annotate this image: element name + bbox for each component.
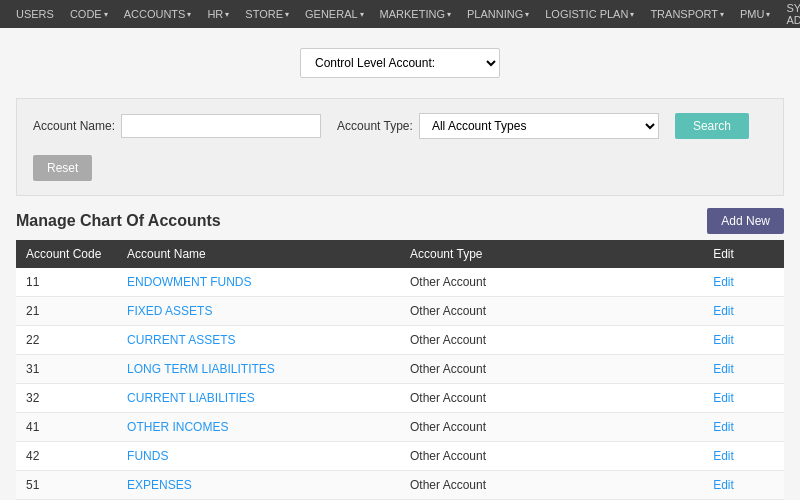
col-header-type: Account Type <box>400 240 703 268</box>
account-name-group: Account Name: <box>33 114 321 138</box>
account-name-link[interactable]: FIXED ASSETS <box>127 304 212 318</box>
nav-item-general[interactable]: GENERAL ▾ <box>297 0 372 28</box>
table-row: 42FUNDSOther AccountEdit <box>16 442 784 471</box>
edit-link[interactable]: Edit <box>713 333 734 347</box>
account-name-link[interactable]: CURRENT ASSETS <box>127 333 235 347</box>
account-name-link[interactable]: CURRENT LIABILITIES <box>127 391 255 405</box>
edit-link[interactable]: Edit <box>713 478 734 492</box>
table-row: 11ENDOWMENT FUNDSOther AccountEdit <box>16 268 784 297</box>
col-header-name: Account Name <box>117 240 400 268</box>
account-type-select[interactable]: All Account Types <box>419 113 659 139</box>
navbar-left: USERS CODE ▾ ACCOUNTS ▾ HR ▾ STORE ▾ GEN… <box>8 0 778 28</box>
cell-name: FIXED ASSETS <box>117 297 400 326</box>
col-header-edit: Edit <box>703 240 784 268</box>
account-name-link[interactable]: FUNDS <box>127 449 168 463</box>
nav-item-accounts[interactable]: ACCOUNTS ▾ <box>116 0 200 28</box>
cell-name: EXPENSES <box>117 471 400 500</box>
section-title: Manage Chart Of Accounts <box>16 212 221 230</box>
cell-type: Other Account <box>400 442 703 471</box>
chevron-down-icon: ▾ <box>104 10 108 19</box>
cell-code: 22 <box>16 326 117 355</box>
chevron-down-icon: ▾ <box>447 10 451 19</box>
cell-type: Other Account <box>400 268 703 297</box>
cell-type: Other Account <box>400 297 703 326</box>
edit-link[interactable]: Edit <box>713 362 734 376</box>
edit-link[interactable]: Edit <box>713 304 734 318</box>
nav-item-pmu[interactable]: PMU ▾ <box>732 0 778 28</box>
cell-name: CURRENT ASSETS <box>117 326 400 355</box>
cell-name: OTHER INCOMES <box>117 413 400 442</box>
cell-name: LONG TERM LIABILITITES <box>117 355 400 384</box>
table-row: 32CURRENT LIABILITIESOther AccountEdit <box>16 384 784 413</box>
control-level-row: Control Level Account: <box>16 48 784 78</box>
cell-edit: Edit <box>703 384 784 413</box>
account-name-link[interactable]: EXPENSES <box>127 478 192 492</box>
table-row: 51EXPENSESOther AccountEdit <box>16 471 784 500</box>
account-name-input[interactable] <box>121 114 321 138</box>
nav-item-marketing[interactable]: MARKETING ▾ <box>372 0 459 28</box>
cell-edit: Edit <box>703 326 784 355</box>
cell-code: 32 <box>16 384 117 413</box>
table-row: 21FIXED ASSETSOther AccountEdit <box>16 297 784 326</box>
control-level-select[interactable]: Control Level Account: <box>300 48 500 78</box>
table-body: 11ENDOWMENT FUNDSOther AccountEdit21FIXE… <box>16 268 784 500</box>
cell-edit: Edit <box>703 442 784 471</box>
section-header: Manage Chart Of Accounts Add New <box>16 208 784 234</box>
cell-code: 11 <box>16 268 117 297</box>
cell-type: Other Account <box>400 384 703 413</box>
cell-name: FUNDS <box>117 442 400 471</box>
cell-type: Other Account <box>400 413 703 442</box>
accounts-table-container: Account Code Account Name Account Type E… <box>16 240 784 500</box>
nav-item-transport[interactable]: TRANSPORT ▾ <box>642 0 732 28</box>
chevron-down-icon: ▾ <box>720 10 724 19</box>
table-row: 31LONG TERM LIABILITITESOther AccountEdi… <box>16 355 784 384</box>
table-header-row: Account Code Account Name Account Type E… <box>16 240 784 268</box>
cell-edit: Edit <box>703 297 784 326</box>
cell-code: 41 <box>16 413 117 442</box>
account-name-link[interactable]: LONG TERM LIABILITITES <box>127 362 275 376</box>
cell-edit: Edit <box>703 471 784 500</box>
nav-item-users[interactable]: USERS <box>8 0 62 28</box>
cell-edit: Edit <box>703 355 784 384</box>
cell-edit: Edit <box>703 268 784 297</box>
chevron-down-icon: ▾ <box>360 10 364 19</box>
edit-link[interactable]: Edit <box>713 275 734 289</box>
cell-name: CURRENT LIABILITIES <box>117 384 400 413</box>
table-row: 41OTHER INCOMESOther AccountEdit <box>16 413 784 442</box>
cell-type: Other Account <box>400 355 703 384</box>
add-new-button[interactable]: Add New <box>707 208 784 234</box>
chevron-down-icon: ▾ <box>525 10 529 19</box>
cell-code: 51 <box>16 471 117 500</box>
nav-item-logistic[interactable]: LOGISTIC PLAN ▾ <box>537 0 642 28</box>
chevron-down-icon: ▾ <box>187 10 191 19</box>
nav-item-store[interactable]: STORE ▾ <box>237 0 297 28</box>
reset-button[interactable]: Reset <box>33 155 92 181</box>
nav-item-hr[interactable]: HR ▾ <box>199 0 237 28</box>
account-type-label: Account Type: <box>337 119 413 133</box>
cell-name: ENDOWMENT FUNDS <box>117 268 400 297</box>
edit-link[interactable]: Edit <box>713 449 734 463</box>
col-header-code: Account Code <box>16 240 117 268</box>
account-name-label: Account Name: <box>33 119 115 133</box>
search-button[interactable]: Search <box>675 113 749 139</box>
nav-item-planning[interactable]: PLANNING ▾ <box>459 0 537 28</box>
account-name-link[interactable]: ENDOWMENT FUNDS <box>127 275 251 289</box>
chevron-down-icon: ▾ <box>630 10 634 19</box>
navbar: USERS CODE ▾ ACCOUNTS ▾ HR ▾ STORE ▾ GEN… <box>0 0 800 28</box>
cell-type: Other Account <box>400 326 703 355</box>
nav-item-code[interactable]: CODE ▾ <box>62 0 116 28</box>
user-menu[interactable]: SYSTEM ADMINISTRATOR ▾ <box>778 2 800 26</box>
search-form: Account Name: Account Type: All Account … <box>16 98 784 196</box>
account-type-group: Account Type: All Account Types <box>337 113 659 139</box>
chevron-down-icon: ▾ <box>225 10 229 19</box>
account-name-link[interactable]: OTHER INCOMES <box>127 420 228 434</box>
table-row: 22CURRENT ASSETSOther AccountEdit <box>16 326 784 355</box>
cell-code: 42 <box>16 442 117 471</box>
accounts-table: Account Code Account Name Account Type E… <box>16 240 784 500</box>
edit-link[interactable]: Edit <box>713 420 734 434</box>
cell-code: 21 <box>16 297 117 326</box>
cell-code: 31 <box>16 355 117 384</box>
chevron-down-icon: ▾ <box>285 10 289 19</box>
edit-link[interactable]: Edit <box>713 391 734 405</box>
cell-type: Other Account <box>400 471 703 500</box>
